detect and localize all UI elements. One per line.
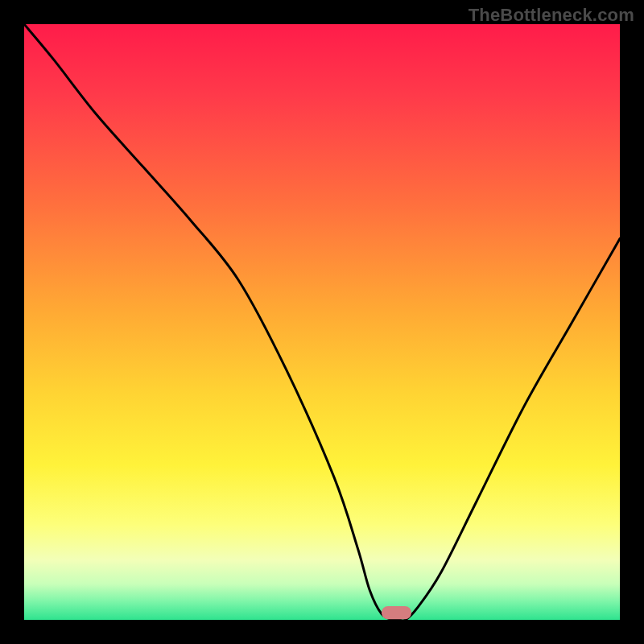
chart-frame: TheBottleneck.com xyxy=(0,0,644,644)
plot-area xyxy=(24,24,620,620)
optimal-marker xyxy=(382,606,411,619)
gradient-background xyxy=(24,24,620,620)
bottleneck-chart xyxy=(24,24,620,620)
watermark-text: TheBottleneck.com xyxy=(469,5,634,26)
